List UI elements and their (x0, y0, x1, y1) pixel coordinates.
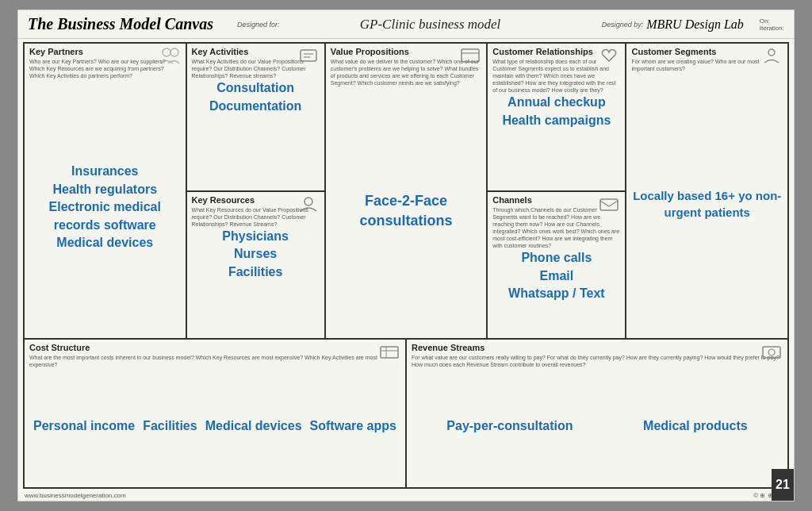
svg-point-14 (768, 349, 775, 355)
cost-structure-item-2: Facilities (143, 417, 197, 435)
key-activities-content: Consultation Documentation (192, 79, 320, 115)
svg-rect-2 (301, 50, 316, 61)
revenue-streams-item-1: Pay-per-consultation (446, 417, 573, 435)
value-propositions-item-1: Face-2-Face consultations (331, 191, 482, 231)
cell-cost-structure: Cost Structure What are the most importa… (25, 340, 407, 487)
revenue-streams-item-2: Medical products (643, 417, 748, 435)
channels-item-1: Phone calls (521, 249, 592, 267)
svg-rect-10 (381, 347, 398, 358)
channels-item-2: Email (540, 267, 574, 285)
cost-structure-item-3: Medical devices (205, 417, 302, 435)
svg-point-5 (304, 198, 312, 206)
svg-point-1 (170, 48, 178, 56)
top-row: Key Partners Who are our Key Partners? W… (25, 44, 787, 340)
cost-structure-subtitle: What are the most important costs inhere… (29, 354, 400, 368)
svg-rect-13 (763, 347, 780, 358)
canvas-grid: Key Partners Who are our Key Partners? W… (23, 42, 789, 489)
header-center: GP-Clinic business model (282, 17, 577, 33)
key-partners-content: Insurances Health regulators Electronic … (29, 79, 181, 335)
header: The Business Model Canvas Designed for: … (18, 10, 794, 39)
customer-relationships-icon (598, 47, 620, 67)
cost-structure-item-4: Software apps (310, 417, 396, 435)
svg-point-9 (768, 49, 775, 56)
designer-name: MBRU Design Lab (646, 17, 744, 32)
cell-key-partners: Key Partners Who are our Key Partners? W… (25, 44, 187, 338)
cost-structure-icon (378, 343, 400, 363)
cost-structure-item-1: Personal income (33, 417, 135, 435)
key-activities-icon (297, 47, 320, 67)
bottom-row: Cost Structure What are the most importa… (25, 340, 787, 487)
customer-rel-item-1: Annual checkup (508, 94, 606, 111)
cell-channels: Channels Through which Channels do our C… (488, 192, 625, 339)
revenue-streams-subtitle: For what value are our customers really … (412, 354, 783, 368)
page-container: The Business Model Canvas Designed for: … (17, 10, 795, 501)
cell-key-resources: Key Resources What Key Resources do our … (187, 192, 324, 339)
customer-segments-content: Locally based 16+ yo non-urgent patients (631, 72, 783, 335)
cell-customer-segments: Customer Segments For whom are we creati… (626, 44, 787, 338)
key-partners-item-2: Health regulators (52, 181, 157, 198)
value-propositions-content: Face-2-Face consultations (331, 86, 482, 335)
channels-icon (598, 195, 620, 216)
designed-for-label: Designed for: (237, 21, 280, 29)
key-partners-item-1: Insurances (71, 163, 138, 180)
key-partners-item-3: Electronic medical records software (29, 198, 181, 234)
revenue-streams-title: Revenue Streams (412, 343, 783, 352)
designed-by-label: Designed by: (602, 21, 644, 29)
revenue-streams-icon (760, 343, 783, 363)
customer-rel-item-2: Health campaigns (502, 112, 611, 129)
activities-resources-column: Key Activities What Key Activities do ou… (187, 44, 326, 338)
key-activities-item-1: Consultation (216, 79, 294, 97)
key-resources-icon (297, 195, 320, 216)
header-meta: On: Iteration: (760, 17, 784, 32)
key-resources-item-1: Physicians (222, 228, 289, 245)
cost-structure-title: Cost Structure (29, 343, 400, 352)
key-partners-item-4: Medical devices (56, 234, 153, 252)
key-activities-item-2: Documentation (209, 98, 301, 115)
page-number: 21 (772, 469, 794, 501)
channels-item-3: Whatsapp / Text (508, 285, 605, 302)
svg-rect-8 (600, 199, 618, 210)
value-propositions-icon (459, 47, 481, 67)
revenue-streams-content: Pay-per-consultation Medical products (412, 369, 783, 484)
channels-content: Phone calls Email Whatsapp / Text (492, 249, 620, 302)
on-label: On: (760, 17, 784, 25)
customer-segments-icon (760, 47, 783, 67)
cell-value-propositions: Value Propositions What value do we deli… (326, 44, 488, 338)
cell-key-activities: Key Activities What Key Activities do ou… (187, 44, 324, 192)
iteration-label: Iteration: (760, 25, 784, 32)
key-resources-item-3: Facilities (228, 263, 282, 281)
customer-relationships-content: Annual checkup Health campaigns (492, 94, 620, 129)
key-resources-item-2: Nurses (234, 245, 277, 263)
canvas-title: The Business Model Canvas (28, 15, 213, 33)
key-resources-content: Physicians Nurses Facilities (192, 228, 320, 281)
cost-structure-content: Personal income Facilities Medical devic… (29, 369, 400, 484)
cell-customer-relationships: Customer Relationships What type of rela… (488, 44, 625, 192)
svg-point-0 (163, 48, 170, 56)
svg-rect-6 (462, 49, 479, 62)
footer: www.businessmodelgeneration.com © ⊕ ⊕ ⊕ … (18, 490, 794, 501)
footer-website: www.businessmodelgeneration.com (25, 492, 126, 499)
customer-segments-item-1: Locally based 16+ yo non-urgent patients (631, 187, 783, 221)
key-partners-icon (159, 47, 181, 68)
cell-revenue-streams: Revenue Streams For what value are our c… (407, 340, 787, 487)
model-name: GP-Clinic business model (360, 17, 501, 33)
cr-channels-column: Customer Relationships What type of rela… (488, 44, 626, 338)
